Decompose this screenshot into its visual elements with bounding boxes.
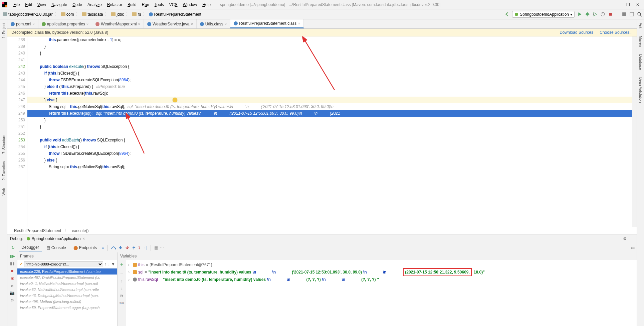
menu-run[interactable]: Run [139, 2, 152, 7]
menu-view[interactable]: View [35, 2, 49, 7]
window-title: springbootdemo [...\springbootdemo] - ..… [213, 2, 616, 7]
svg-rect-2 [5, 5, 7, 7]
run-config-selector[interactable]: SpringbootdemoApplication ▾ [512, 11, 575, 18]
maximize-icon[interactable]: ❐ [626, 2, 630, 7]
menu-window[interactable]: Window [180, 2, 200, 7]
search-icon[interactable] [637, 12, 642, 17]
minimize-icon[interactable]: — [616, 2, 620, 7]
crumb-pkg[interactable]: jdbc [110, 12, 125, 17]
menu-help[interactable]: Help [200, 2, 213, 7]
menu-tools[interactable]: Tools [152, 2, 167, 7]
close-icon[interactable]: ✕ [636, 2, 639, 7]
app-logo-icon [2, 2, 7, 7]
jar-icon [3, 12, 7, 16]
crumb-pkg[interactable]: com [60, 12, 75, 17]
menu-analyze[interactable]: Analyze [85, 2, 104, 7]
profile-icon[interactable] [600, 12, 605, 17]
class-icon [149, 12, 153, 16]
debug-icon[interactable] [585, 12, 590, 17]
spring-icon [514, 12, 518, 16]
folder-icon [111, 12, 116, 16]
run-config-name: SpringbootdemoApplication [520, 12, 569, 17]
back-icon[interactable] [504, 12, 509, 17]
menu-edit[interactable]: Edit [22, 2, 35, 7]
folder-icon [132, 12, 137, 16]
crumb-jar[interactable]: taos-jdbcdriver-2.0.30.jar [2, 12, 53, 17]
menu-navigate[interactable]: Navigate [49, 2, 70, 7]
menu-build[interactable]: Build [125, 2, 139, 7]
breadcrumb: taos-jdbcdriver-2.0.30.jar 〉 com 〉 taosd… [2, 11, 504, 17]
menubar: File Edit View Navigate Code Analyze Ref… [0, 0, 644, 9]
svg-point-3 [515, 13, 518, 16]
menu-code[interactable]: Code [70, 2, 85, 7]
crumb-pkg[interactable]: rs [131, 12, 142, 17]
crumb-pkg[interactable]: taosdata [81, 12, 103, 17]
svg-rect-9 [593, 13, 594, 15]
git-icon[interactable] [622, 12, 627, 17]
structure-icon[interactable] [629, 12, 634, 17]
svg-point-14 [638, 12, 641, 15]
navbar: taos-jdbcdriver-2.0.30.jar 〉 com 〉 taosd… [0, 9, 644, 19]
chevron-down-icon: ▾ [570, 12, 572, 17]
coverage-icon[interactable] [593, 12, 598, 17]
folder-icon [82, 12, 86, 16]
svg-rect-13 [630, 12, 634, 16]
menu-refactor[interactable]: Refactor [104, 2, 125, 7]
menu-file[interactable]: File [11, 2, 22, 7]
svg-rect-1 [2, 2, 4, 4]
svg-line-15 [640, 15, 642, 16]
crumb-class[interactable]: RestfulPreparedStatement [148, 12, 202, 17]
run-icon[interactable] [577, 12, 582, 17]
stop-icon[interactable] [608, 12, 613, 17]
folder-icon [61, 12, 65, 16]
svg-rect-11 [609, 13, 612, 16]
menu-vcs[interactable]: VCS [167, 2, 180, 7]
svg-rect-12 [622, 12, 626, 16]
svg-point-4 [586, 13, 589, 16]
